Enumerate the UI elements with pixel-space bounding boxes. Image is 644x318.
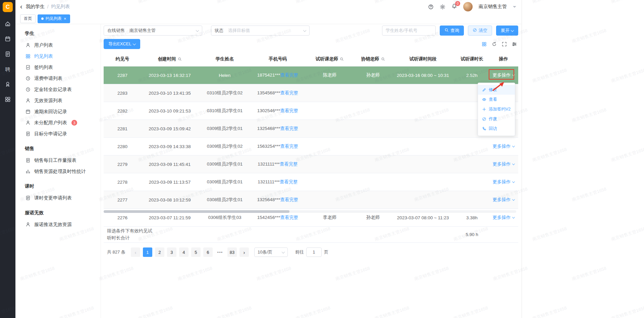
rail-icon[interactable] — [0, 32, 15, 47]
fullscreen-icon[interactable] — [502, 42, 507, 47]
tab[interactable]: 首页 — [20, 14, 36, 23]
sidebar-item[interactable]: 销售每日工作量报表 — [15, 155, 101, 166]
status-select[interactable]: 状态 选择目标值 — [211, 26, 310, 36]
page-button[interactable]: 83 — [227, 247, 237, 257]
column-header[interactable]: 试听课时长 — [455, 56, 489, 62]
chevron-down-icon — [512, 162, 515, 165]
tab-close-icon[interactable]: × — [64, 16, 66, 21]
rail-icon[interactable]: 聘 — [0, 62, 15, 77]
online-sales-select[interactable]: 在线销售 南京销售主管 — [104, 26, 202, 36]
query-button[interactable]: 查询 — [440, 26, 464, 36]
scrollbar-thumb[interactable] — [104, 210, 289, 213]
sidebar-item[interactable]: 服诺推送无效资源 — [15, 219, 101, 230]
more-actions-button[interactable]: 更多操作 — [493, 215, 515, 221]
tab[interactable]: 约见列表 × — [38, 14, 70, 23]
expand-button[interactable]: 展开 — [496, 26, 518, 36]
page-button[interactable]: 3 — [167, 247, 176, 257]
menu-item[interactable]: 查看 — [478, 95, 515, 104]
sidebar-item[interactable]: 签约列表 — [15, 62, 101, 73]
column-header[interactable]: 创建时间 — [141, 56, 198, 62]
table-row[interactable]: 2283 2023-03-10 13:41:35 0310组员2学生02 135… — [104, 84, 518, 102]
menu-item[interactable]: 作废 — [478, 114, 515, 124]
table-row[interactable]: 2278 2023-03-09 11:13:57 0309组员2学生01 132… — [104, 173, 518, 191]
view-full-phone-link[interactable]: 查看完整 — [280, 73, 298, 78]
more-actions-button[interactable]: 更多操作 — [493, 179, 515, 185]
sidebar-item[interactable]: 逾期未回访记录 — [15, 106, 101, 117]
breadcrumb-parent[interactable]: 我的学生 — [26, 4, 45, 10]
sidebar-item[interactable]: 目标分申请记录 — [15, 128, 101, 139]
page-button[interactable]: ‹ — [131, 247, 140, 257]
sidebar-item[interactable]: 无效资源列表 — [15, 95, 101, 106]
cell-appointment-id: 2277 — [104, 197, 141, 202]
sidebar-item[interactable]: 课时变更申请列表 — [15, 192, 101, 203]
column-search-icon[interactable] — [340, 57, 344, 61]
horizontal-scrollbar[interactable] — [104, 210, 516, 213]
sidebar-item[interactable]: 定金转全款记录表 — [15, 84, 101, 95]
rail-icon[interactable] — [0, 17, 15, 32]
sidebar-item[interactable]: 约见列表 — [15, 51, 101, 62]
student-search-input[interactable]: 学生姓名/手机号 — [382, 26, 436, 36]
menu-item[interactable]: 回访 — [478, 124, 515, 134]
page-size-select[interactable]: 10条/页 — [254, 247, 288, 257]
more-actions-button[interactable]: 更多操作 — [493, 143, 515, 149]
export-excel-button[interactable]: 导出EXCEL — [104, 39, 140, 49]
user-name[interactable]: 南京销售主管 — [479, 4, 507, 10]
table-row[interactable]: 2277 2023-03-08 10:12:59 0308组员2学生01 132… — [104, 191, 518, 209]
goto-page-input[interactable]: 1 — [306, 247, 322, 257]
menu-item[interactable]: 添加签约V2 — [478, 104, 515, 114]
view-full-phone-link[interactable]: 查看完整 — [280, 126, 298, 131]
settings-gear-icon[interactable] — [440, 4, 445, 10]
page-button[interactable]: › — [239, 247, 249, 257]
help-icon[interactable] — [428, 4, 434, 10]
page-button[interactable]: ••• — [215, 247, 225, 257]
clear-button[interactable]: 清空 — [468, 26, 492, 36]
page-button[interactable]: 6 — [203, 247, 213, 257]
rail-icon[interactable] — [0, 47, 15, 62]
page-button[interactable]: 2 — [155, 247, 164, 257]
view-full-phone-link[interactable]: 查看完整 — [280, 144, 298, 149]
sidebar-item[interactable]: 销售资源处理及时性统计 — [15, 166, 101, 177]
table-row[interactable]: 2280 2023-03-09 14:33:38 0309组员2学生02 156… — [104, 138, 518, 155]
refresh-icon[interactable] — [492, 42, 497, 47]
view-full-phone-link[interactable]: 查看完整 — [280, 215, 298, 220]
chevron-down-icon[interactable] — [513, 6, 516, 9]
sidebar-item-icon — [25, 98, 31, 103]
page-button[interactable]: 4 — [179, 247, 189, 257]
page-button[interactable]: 5 — [191, 247, 201, 257]
rail-icon[interactable] — [0, 77, 15, 92]
table-row[interactable]: 2287 2023-03-13 16:32:17 Helen 1875421**… — [104, 66, 518, 84]
app-logo[interactable]: C — [3, 2, 13, 12]
sidebar-section-title: 课时 — [15, 177, 101, 192]
user-avatar[interactable] — [463, 2, 473, 11]
notifications-bell-icon[interactable]: 0 — [451, 3, 457, 10]
density-grid-icon[interactable] — [482, 42, 487, 47]
view-full-phone-link[interactable]: 查看完整 — [280, 197, 298, 202]
back-button[interactable]: ‹ — [18, 3, 26, 10]
sidebar-item[interactable]: 退费申请列表 — [15, 73, 101, 84]
column-header[interactable]: 手机号码 — [251, 56, 304, 62]
column-header[interactable]: 协销老师 — [355, 56, 391, 62]
menu-item[interactable]: 修改 — [478, 85, 515, 95]
column-header[interactable]: 学生姓名 — [198, 56, 251, 62]
column-search-icon[interactable] — [381, 57, 385, 61]
rail-icon[interactable] — [0, 92, 15, 107]
view-full-phone-link[interactable]: 查看完整 — [280, 108, 298, 113]
column-header[interactable]: 操作 — [489, 56, 518, 62]
more-actions-button[interactable]: 更多操作 — [493, 72, 515, 78]
table-row[interactable]: 2281 2023-03-09 15:09:42 0309组员2学生01 132… — [104, 120, 518, 138]
sidebar-item[interactable]: 未分配用户列表 3 — [15, 117, 101, 128]
column-header[interactable]: 试听课时间段 — [391, 56, 455, 62]
sidebar-item[interactable]: 用户列表 — [15, 40, 101, 51]
view-full-phone-link[interactable]: 查看完整 — [280, 179, 298, 184]
column-search-icon[interactable] — [178, 57, 182, 61]
table-row[interactable]: 2279 2023-03-09 11:45:41 0309组员2学生01 132… — [104, 155, 518, 173]
column-header[interactable]: 试听课老师 — [304, 56, 355, 62]
column-header[interactable]: 约见号 — [104, 56, 141, 62]
page-button[interactable]: 1 — [143, 247, 152, 257]
column-settings-icon[interactable] — [512, 42, 517, 47]
more-actions-button[interactable]: 更多操作 — [493, 197, 515, 203]
view-full-phone-link[interactable]: 查看完整 — [280, 162, 298, 167]
more-actions-button[interactable]: 更多操作 — [493, 161, 515, 167]
table-row[interactable]: 2282 2023-03-10 09:21:53 0310组员2学生01 130… — [104, 102, 518, 120]
view-full-phone-link[interactable]: 查看完整 — [280, 90, 298, 95]
